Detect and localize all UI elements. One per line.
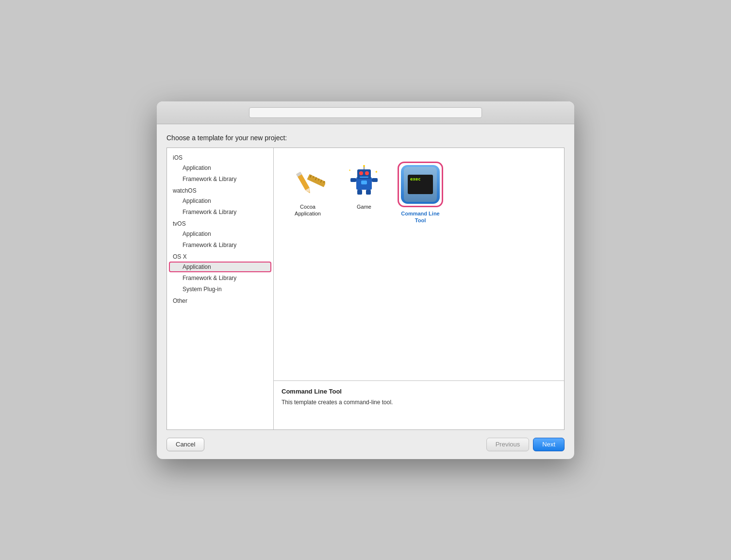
template-game[interactable]: ✦ ✦ Game [340, 158, 388, 228]
new-project-dialog: Choose a template for your new project: … [157, 101, 574, 459]
sidebar-group-watchos: watchOS [167, 185, 273, 195]
cocoa-icon [290, 164, 325, 198]
sidebar-item-watchos-app[interactable]: Application [169, 196, 271, 206]
sidebar-item-osx-plugin[interactable]: System Plug-in [169, 284, 271, 295]
clt-selected-border: exec [398, 162, 443, 207]
content-area: Cocoa Application [274, 148, 564, 429]
svg-rect-22 [361, 181, 367, 184]
svg-rect-20 [357, 190, 362, 195]
svg-rect-18 [350, 178, 356, 182]
cocoa-label: Cocoa Application [287, 203, 328, 217]
svg-rect-19 [372, 178, 378, 182]
game-label: Game [357, 203, 371, 210]
sidebar-item-tvos-framework[interactable]: Framework & Library [169, 240, 271, 250]
clt-icon: exec [404, 167, 437, 202]
cocoa-icon-wrapper [288, 162, 327, 200]
main-panel: iOS Application Framework & Library watc… [166, 148, 565, 430]
footer: Cancel Previous Next [157, 430, 574, 459]
dialog-title: Choose a template for your new project: [166, 134, 565, 142]
svg-point-16 [363, 165, 365, 167]
templates-grid: Cocoa Application [274, 148, 564, 381]
description-title: Command Line Tool [282, 388, 556, 395]
svg-text:✦: ✦ [349, 169, 351, 172]
footer-right: Previous Next [486, 438, 565, 451]
dialog-body: Choose a template for your new project: … [157, 124, 574, 430]
title-bar [157, 101, 574, 124]
game-icon-wrapper: ✦ ✦ [345, 162, 383, 200]
sidebar-item-watchos-framework[interactable]: Framework & Library [169, 207, 271, 217]
sidebar-item-ios-framework[interactable]: Framework & Library [169, 174, 271, 184]
clt-screen: exec [408, 175, 433, 194]
description-text: This template creates a command-line too… [282, 398, 556, 407]
sidebar-group-osx: OS X [167, 251, 273, 261]
sidebar-item-ios-app[interactable]: Application [169, 163, 271, 173]
sidebar-item-osx-app[interactable]: Application [169, 262, 271, 272]
clt-label: Command Line Tool [400, 210, 441, 224]
game-icon: ✦ ✦ [347, 164, 382, 198]
cancel-button[interactable]: Cancel [166, 438, 204, 451]
sidebar-item-osx-framework[interactable]: Framework & Library [169, 273, 271, 283]
svg-rect-21 [366, 190, 371, 195]
svg-rect-4 [307, 174, 325, 187]
template-cocoa[interactable]: Cocoa Application [283, 158, 332, 228]
sidebar-item-tvos-app[interactable]: Application [169, 229, 271, 239]
svg-text:✦: ✦ [375, 170, 378, 174]
template-clt[interactable]: exec Command Line Tool [396, 158, 445, 228]
clt-exec-text: exec [410, 177, 421, 181]
description-panel: Command Line Tool This template creates … [274, 381, 564, 429]
next-button[interactable]: Next [533, 438, 565, 451]
svg-rect-17 [360, 177, 368, 178]
svg-point-14 [365, 171, 369, 175]
previous-button[interactable]: Previous [486, 438, 530, 451]
sidebar-group-tvos: tvOS [167, 218, 273, 228]
search-bar [249, 107, 482, 118]
svg-point-13 [359, 171, 363, 175]
sidebar: iOS Application Framework & Library watc… [167, 148, 274, 429]
sidebar-group-ios: iOS [167, 152, 273, 162]
sidebar-group-other: Other [167, 295, 273, 305]
clt-icon-wrapper: exec [401, 165, 440, 204]
